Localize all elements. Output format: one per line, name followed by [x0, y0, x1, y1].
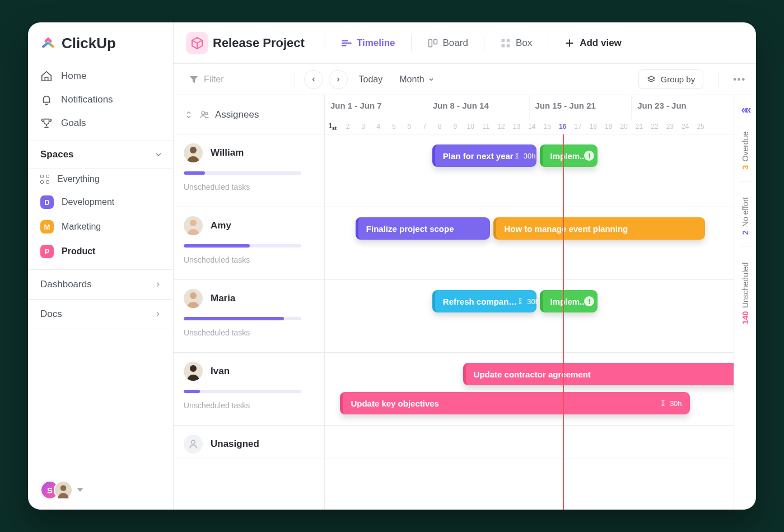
group-by-button[interactable]: Group by: [638, 69, 703, 89]
task-bar[interactable]: Plan for next year30h: [432, 144, 536, 167]
spaces-header[interactable]: Spaces: [28, 141, 173, 169]
sidebar-item-marketing[interactable]: M Marketing: [28, 214, 173, 239]
timeline-label: Timeline: [357, 38, 395, 49]
assignee-row[interactable]: WilliamUnscheduled tasks: [174, 134, 324, 207]
day-label: 18: [586, 123, 601, 130]
unscheduled-label: Unscheduled tasks: [184, 328, 314, 337]
task-hours: 30h: [517, 297, 536, 306]
people-icon: [199, 110, 209, 120]
day-label: 4: [371, 123, 386, 130]
task-label: Finalize project scope: [366, 224, 454, 234]
today-button[interactable]: Today: [353, 71, 389, 88]
space-label: Marketing: [62, 222, 101, 232]
assignee-row[interactable]: Unasigned: [174, 426, 324, 459]
space-badge: D: [40, 195, 54, 209]
task-hours: 30h: [660, 399, 682, 408]
unscheduled-label: Unscheduled tasks: [184, 255, 314, 264]
unscheduled-label: Unscheduled tasks: [184, 183, 314, 192]
svg-rect-5: [501, 44, 505, 47]
bell-icon: [40, 94, 53, 106]
task-bar[interactable]: Update key objectives30h: [340, 392, 689, 414]
assignee-row[interactable]: IvanUnscheduled tasks: [174, 353, 324, 426]
task-bar[interactable]: Implem..!: [540, 290, 598, 312]
sidebar-item-everything[interactable]: Everything: [28, 169, 173, 190]
filter-button[interactable]: Filter: [184, 71, 230, 88]
assignee-name: Maria: [211, 293, 235, 304]
svg-rect-4: [507, 39, 510, 42]
app-name: ClickUp: [62, 35, 116, 52]
nav-home[interactable]: Home: [28, 64, 173, 88]
view-tab-box[interactable]: Box: [494, 34, 538, 52]
nav-goals-label: Goals: [61, 118, 86, 129]
svg-rect-3: [501, 39, 505, 42]
nav-goals[interactable]: Goals: [28, 111, 173, 135]
task-bar[interactable]: Refresh compan…30h: [432, 290, 536, 312]
clickup-logo-icon: [40, 36, 56, 52]
svg-point-9: [190, 147, 197, 153]
sidebar-item-dashboards[interactable]: Dashboards: [28, 269, 173, 299]
avatar: [184, 362, 203, 381]
day-label: 6: [402, 123, 417, 130]
task-hours: 30h: [514, 152, 536, 160]
timeline-row: Plan for next year30hImplem..!: [325, 134, 734, 207]
task-label: Refresh compan…: [443, 297, 517, 306]
hourglass-icon: [514, 152, 520, 159]
timeline-row: Update contractor agreementUpdate key ob…: [325, 353, 734, 426]
week-label: Jun 1 - Jun 7: [325, 95, 427, 119]
timeline-body: AssigneesWilliamUnscheduled tasksAmyUnsc…: [174, 95, 756, 510]
task-bar[interactable]: Implem..!: [540, 144, 598, 167]
more-menu[interactable]: •••: [733, 74, 746, 85]
add-view-button[interactable]: Add view: [558, 34, 627, 52]
date-nav: Today Month: [295, 70, 440, 89]
task-bar[interactable]: How to manage event planning: [493, 217, 705, 240]
day-label: 14: [524, 123, 539, 130]
board-icon: [427, 38, 438, 49]
sort-icon: [184, 110, 194, 120]
prev-button[interactable]: [304, 70, 323, 89]
svg-point-10: [190, 220, 197, 226]
sidebar-item-docs[interactable]: Docs: [28, 299, 173, 329]
dashboards-label: Dashboards: [40, 279, 92, 290]
divider: [740, 246, 751, 246]
divider: [740, 181, 751, 181]
task-label: Plan for next year: [443, 151, 514, 161]
app-window: ClickUp Home Notifications Goals Spaces …: [28, 22, 756, 510]
collapse-rail-button[interactable]: ««: [741, 103, 749, 116]
svg-point-12: [190, 365, 197, 372]
assignee-name: Ivan: [211, 366, 230, 377]
filter-label: Filter: [204, 74, 224, 85]
rail-overdue[interactable]: 3 Overdue: [741, 132, 750, 170]
task-bar[interactable]: Update contractor agreement: [463, 363, 734, 385]
workload-bar: [184, 390, 301, 393]
today-indicator: [563, 134, 564, 510]
range-selector[interactable]: Month: [394, 71, 440, 88]
user-menu[interactable]: S: [28, 470, 173, 510]
filter-icon: [189, 75, 198, 84]
board-label: Board: [443, 38, 468, 49]
assignees-header[interactable]: Assignees: [174, 95, 324, 134]
sidebar-item-development[interactable]: D Development: [28, 190, 173, 214]
spaces-header-label: Spaces: [40, 149, 74, 160]
hourglass-icon: [660, 400, 666, 407]
space-badge: P: [40, 245, 54, 258]
hourglass-icon: [517, 298, 524, 305]
view-tab-board[interactable]: Board: [422, 34, 474, 52]
nav-notifications[interactable]: Notifications: [28, 88, 173, 111]
assignee-row[interactable]: MariaUnscheduled tasks: [174, 280, 324, 353]
day-label: 16: [555, 123, 570, 130]
svg-point-11: [190, 292, 197, 299]
sidebar-item-product[interactable]: P Product: [28, 239, 173, 264]
rail-no-effort[interactable]: 2 No effort: [741, 197, 750, 235]
next-button[interactable]: [329, 70, 348, 89]
docs-label: Docs: [40, 309, 62, 320]
app-logo[interactable]: ClickUp: [28, 22, 173, 62]
rail-unscheduled[interactable]: 140 Unscheduled: [741, 262, 750, 324]
task-bar[interactable]: Finalize project scope: [356, 217, 491, 240]
person-placeholder-icon: [188, 438, 199, 450]
box-label: Box: [516, 38, 532, 49]
view-tab-timeline[interactable]: Timeline: [335, 34, 401, 52]
assignee-row[interactable]: AmyUnscheduled tasks: [174, 207, 324, 280]
day-label: 17: [570, 123, 585, 130]
workload-bar: [184, 171, 301, 175]
chevron-right-icon: [335, 76, 342, 83]
